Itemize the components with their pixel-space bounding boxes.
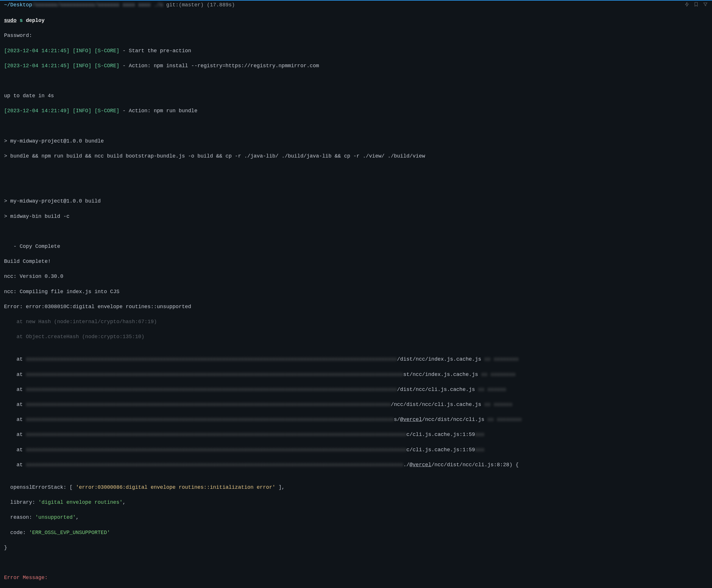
stack-trace-6: at xxxxxxxxxxxxxxxxxxxxxxxxxxxxxxxxxxxxx…	[4, 401, 708, 408]
command-line: sudo s deploy	[4, 17, 708, 24]
stack-trace-2: at Object.createHash (node:crypto:135:10…	[4, 333, 708, 340]
terminal-topbar: ~/Desktop/xxxxxxx/xxxxxxxxxxx/xxxxxxx xx…	[0, 0, 712, 9]
ossl-code: code: 'ERR_OSSL_EVP_UNSUPPORTED'	[4, 529, 708, 537]
ossl-library: library: 'digital envelope routines',	[4, 499, 708, 506]
terminal-output[interactable]: sudo s deploy Password: [2023-12-04 14:2…	[0, 9, 712, 588]
copy-complete: - Copy Complete	[4, 243, 708, 250]
password-prompt: Password:	[4, 32, 708, 39]
lightning-icon[interactable]	[684, 2, 690, 9]
redacted-path: xxxxxxxxxxxxxxxxxxxxxxxxxxxxxxxxxxxxxxxx…	[26, 372, 403, 377]
s-cmd: s	[17, 18, 26, 23]
info-line-1: [2023-12-04 14:21:45] [INFO] [S-CORE] - …	[4, 47, 708, 55]
redacted-path: xxxxxxxxxxxxxxxxxxxxxxxxxxxxxxxxxxxxxxxx…	[26, 356, 397, 362]
error-message-label: Error Message:	[4, 574, 708, 581]
redacted-path: xxxxxxxxxxxxxxxxxxxxxxxxxxxxxxxxxxxxxxxx…	[26, 417, 394, 422]
stack-trace-10: at xxxxxxxxxxxxxxxxxxxxxxxxxxxxxxxxxxxxx…	[4, 461, 708, 468]
path-prefix: ~/Desktop	[4, 2, 32, 8]
redacted-path: xxxxxxxxxxxxxxxxxxxxxxxxxxxxxxxxxxxxxxxx…	[26, 432, 407, 437]
info-line-3: [2023-12-04 14:21:49] [INFO] [S-CORE] - …	[4, 107, 708, 114]
stack-trace-3: at xxxxxxxxxxxxxxxxxxxxxxxxxxxxxxxxxxxxx…	[4, 355, 708, 363]
redacted-path: xxxxxxxxxxxxxxxxxxxxxxxxxxxxxxxxxxxxxxxx…	[26, 386, 397, 392]
stack-trace-7: at xxxxxxxxxxxxxxxxxxxxxxxxxxxxxxxxxxxxx…	[4, 416, 708, 423]
ossl-reason: reason: 'unsupported',	[4, 513, 708, 521]
npm-uptodate: up to date in 4s	[4, 92, 708, 100]
redacted-path: xxxxxxxxxxxxxxxxxxxxxxxxxxxxxxxxxxxxxxxx…	[26, 402, 391, 407]
filter-icon[interactable]	[703, 2, 708, 9]
ncc-compile: ncc: Compiling file index.js into CJS	[4, 288, 708, 295]
stack-trace-9: at xxxxxxxxxxxxxxxxxxxxxxxxxxxxxxxxxxxxx…	[4, 446, 708, 454]
stack-trace-8: at xxxxxxxxxxxxxxxxxxxxxxxxxxxxxxxxxxxxx…	[4, 431, 708, 438]
cwd-path: ~/Desktop/xxxxxxx/xxxxxxxxxxx/xxxxxxx xx…	[4, 1, 235, 9]
sudo-cmd: sudo	[4, 18, 17, 23]
error-line: Error: error:0308010C:digital envelope r…	[4, 303, 708, 311]
build-script-1: > my-midway-project@1.0.0 build	[4, 197, 708, 205]
bundle-script-2: > bundle && npm run build && ncc build b…	[4, 152, 708, 160]
build-complete: Build Complete!	[4, 258, 708, 265]
ossl-stack: opensslErrorStack: [ 'error:03000086:dig…	[4, 484, 708, 491]
git-branch-info: git:(master) (17.889s)	[163, 2, 235, 8]
topbar-icons	[684, 1, 708, 9]
ncc-version: ncc: Version 0.30.0	[4, 273, 708, 280]
redacted-path: xxxxxxxxxxxxxxxxxxxxxxxxxxxxxxxxxxxxxxxx…	[26, 462, 403, 468]
bundle-script-1: > my-midway-project@1.0.0 bundle	[4, 137, 708, 145]
stack-trace-5: at xxxxxxxxxxxxxxxxxxxxxxxxxxxxxxxxxxxxx…	[4, 386, 708, 393]
bookmark-icon[interactable]	[693, 2, 699, 9]
stack-trace-1: at new Hash (node:internal/crypto/hash:6…	[4, 318, 708, 326]
deploy-cmd: deploy	[26, 18, 45, 23]
path-blurred: /xxxxxxx/xxxxxxxxxxx/xxxxxxx xxxx xxxx .…	[32, 2, 163, 8]
stack-trace-4: at xxxxxxxxxxxxxxxxxxxxxxxxxxxxxxxxxxxxx…	[4, 371, 708, 378]
info-line-2: [2023-12-04 14:21:45] [INFO] [S-CORE] - …	[4, 62, 708, 69]
closing-brace: }	[4, 544, 708, 551]
redacted-path: xxxxxxxxxxxxxxxxxxxxxxxxxxxxxxxxxxxxxxxx…	[26, 447, 407, 453]
build-script-2: > midway-bin build -c	[4, 213, 708, 220]
